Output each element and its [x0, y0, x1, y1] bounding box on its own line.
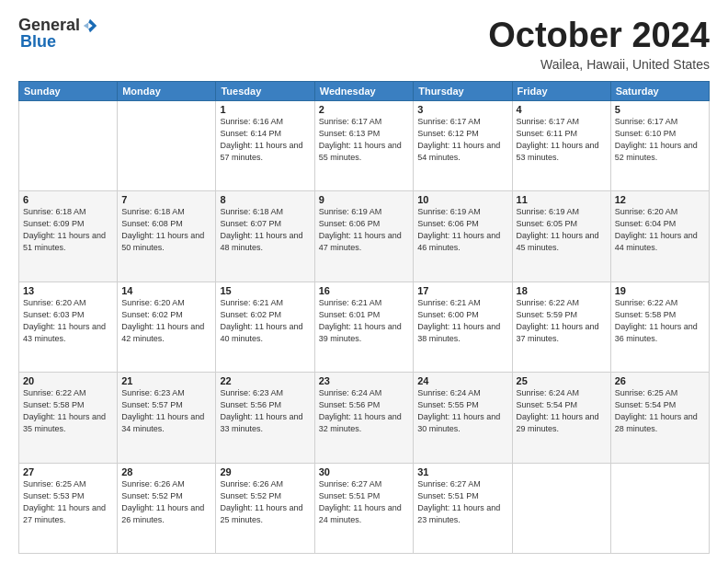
calendar-header-sunday: Sunday	[19, 81, 118, 100]
day-number: 30	[319, 466, 410, 477]
day-info: Sunrise: 6:19 AMSunset: 6:06 PMDaylight:…	[417, 206, 507, 254]
day-info: Sunrise: 6:22 AMSunset: 5:58 PMDaylight:…	[23, 387, 113, 435]
logo-blue-text: Blue	[18, 33, 98, 52]
day-info: Sunrise: 6:24 AMSunset: 5:56 PMDaylight:…	[319, 387, 410, 435]
day-info: Sunrise: 6:27 AMSunset: 5:51 PMDaylight:…	[319, 478, 410, 526]
calendar-week-row: 1Sunrise: 6:16 AMSunset: 6:14 PMDaylight…	[19, 100, 710, 190]
day-info: Sunrise: 6:24 AMSunset: 5:54 PMDaylight:…	[517, 387, 607, 435]
day-number: 22	[220, 375, 310, 386]
calendar-header-thursday: Thursday	[414, 81, 512, 100]
day-info: Sunrise: 6:27 AMSunset: 5:51 PMDaylight:…	[417, 478, 507, 526]
day-number: 9	[319, 194, 410, 205]
day-info: Sunrise: 6:17 AMSunset: 6:13 PMDaylight:…	[319, 116, 410, 164]
calendar-cell: 27Sunrise: 6:25 AMSunset: 5:53 PMDayligh…	[19, 463, 118, 553]
calendar-cell: 30Sunrise: 6:27 AMSunset: 5:51 PMDayligh…	[314, 463, 414, 553]
calendar-cell	[512, 463, 610, 553]
day-number: 24	[417, 375, 507, 386]
day-info: Sunrise: 6:19 AMSunset: 6:06 PMDaylight:…	[319, 206, 410, 254]
day-number: 3	[417, 104, 507, 115]
day-info: Sunrise: 6:25 AMSunset: 5:53 PMDaylight:…	[23, 478, 113, 526]
calendar-cell: 8Sunrise: 6:18 AMSunset: 6:07 PMDaylight…	[216, 191, 314, 282]
calendar-week-row: 20Sunrise: 6:22 AMSunset: 5:58 PMDayligh…	[19, 373, 710, 463]
day-number: 20	[23, 375, 113, 386]
day-number: 16	[319, 285, 410, 296]
svg-marker-1	[84, 22, 88, 29]
day-number: 17	[417, 285, 507, 296]
day-number: 28	[121, 466, 211, 477]
calendar-cell: 21Sunrise: 6:23 AMSunset: 5:57 PMDayligh…	[118, 373, 216, 463]
logo: General Blue	[18, 17, 98, 52]
day-number: 14	[121, 285, 211, 296]
calendar-cell: 12Sunrise: 6:20 AMSunset: 6:04 PMDayligh…	[610, 191, 709, 282]
day-number: 15	[220, 285, 310, 296]
day-info: Sunrise: 6:21 AMSunset: 6:00 PMDaylight:…	[417, 297, 507, 345]
calendar-header-tuesday: Tuesday	[216, 81, 314, 100]
day-info: Sunrise: 6:25 AMSunset: 5:54 PMDaylight:…	[615, 387, 705, 435]
day-number: 26	[615, 375, 705, 386]
calendar-week-row: 27Sunrise: 6:25 AMSunset: 5:53 PMDayligh…	[19, 463, 710, 553]
day-info: Sunrise: 6:21 AMSunset: 6:01 PMDaylight:…	[319, 297, 410, 345]
day-info: Sunrise: 6:20 AMSunset: 6:03 PMDaylight:…	[23, 297, 113, 345]
day-info: Sunrise: 6:18 AMSunset: 6:09 PMDaylight:…	[23, 206, 113, 254]
calendar-cell: 24Sunrise: 6:24 AMSunset: 5:55 PMDayligh…	[414, 373, 512, 463]
day-number: 27	[23, 466, 113, 477]
calendar-week-row: 6Sunrise: 6:18 AMSunset: 6:09 PMDaylight…	[19, 191, 710, 282]
calendar-cell: 28Sunrise: 6:26 AMSunset: 5:52 PMDayligh…	[118, 463, 216, 553]
calendar-cell	[118, 100, 216, 190]
calendar-cell: 20Sunrise: 6:22 AMSunset: 5:58 PMDayligh…	[19, 373, 118, 463]
day-info: Sunrise: 6:18 AMSunset: 6:07 PMDaylight:…	[220, 206, 310, 254]
calendar-cell: 7Sunrise: 6:18 AMSunset: 6:08 PMDaylight…	[118, 191, 216, 282]
calendar-cell: 31Sunrise: 6:27 AMSunset: 5:51 PMDayligh…	[414, 463, 512, 553]
title-block: October 2024 Wailea, Hawaii, United Stat…	[488, 17, 710, 72]
day-info: Sunrise: 6:18 AMSunset: 6:08 PMDaylight:…	[121, 206, 211, 254]
calendar-cell: 13Sunrise: 6:20 AMSunset: 6:03 PMDayligh…	[19, 282, 118, 372]
calendar-week-row: 13Sunrise: 6:20 AMSunset: 6:03 PMDayligh…	[19, 282, 710, 372]
day-number: 13	[23, 285, 113, 296]
calendar-cell: 19Sunrise: 6:22 AMSunset: 5:58 PMDayligh…	[610, 282, 709, 372]
calendar-cell: 10Sunrise: 6:19 AMSunset: 6:06 PMDayligh…	[414, 191, 512, 282]
day-info: Sunrise: 6:26 AMSunset: 5:52 PMDaylight:…	[220, 478, 310, 526]
calendar-cell: 2Sunrise: 6:17 AMSunset: 6:13 PMDaylight…	[314, 100, 414, 190]
calendar-cell: 14Sunrise: 6:20 AMSunset: 6:02 PMDayligh…	[118, 282, 216, 372]
day-info: Sunrise: 6:17 AMSunset: 6:12 PMDaylight:…	[417, 116, 507, 164]
calendar-header-row: SundayMondayTuesdayWednesdayThursdayFrid…	[19, 81, 710, 100]
calendar-cell: 9Sunrise: 6:19 AMSunset: 6:06 PMDaylight…	[314, 191, 414, 282]
calendar-header-wednesday: Wednesday	[314, 81, 414, 100]
calendar-cell: 26Sunrise: 6:25 AMSunset: 5:54 PMDayligh…	[610, 373, 709, 463]
day-number: 6	[23, 194, 113, 205]
day-info: Sunrise: 6:23 AMSunset: 5:57 PMDaylight:…	[121, 387, 211, 435]
day-number: 8	[220, 194, 310, 205]
day-info: Sunrise: 6:22 AMSunset: 5:59 PMDaylight:…	[517, 297, 607, 345]
day-number: 1	[220, 104, 310, 115]
day-info: Sunrise: 6:20 AMSunset: 6:04 PMDaylight:…	[615, 206, 705, 254]
day-number: 21	[121, 375, 211, 386]
day-info: Sunrise: 6:17 AMSunset: 6:11 PMDaylight:…	[517, 116, 607, 164]
day-info: Sunrise: 6:20 AMSunset: 6:02 PMDaylight:…	[121, 297, 211, 345]
day-number: 31	[417, 466, 507, 477]
day-info: Sunrise: 6:22 AMSunset: 5:58 PMDaylight:…	[615, 297, 705, 345]
day-info: Sunrise: 6:21 AMSunset: 6:02 PMDaylight:…	[220, 297, 310, 345]
calendar-cell	[610, 463, 709, 553]
calendar-cell: 17Sunrise: 6:21 AMSunset: 6:00 PMDayligh…	[414, 282, 512, 372]
calendar-cell	[19, 100, 118, 190]
calendar-cell: 18Sunrise: 6:22 AMSunset: 5:59 PMDayligh…	[512, 282, 610, 372]
calendar-cell: 16Sunrise: 6:21 AMSunset: 6:01 PMDayligh…	[314, 282, 414, 372]
day-number: 29	[220, 466, 310, 477]
calendar-cell: 29Sunrise: 6:26 AMSunset: 5:52 PMDayligh…	[216, 463, 314, 553]
calendar-table: SundayMondayTuesdayWednesdayThursdayFrid…	[18, 81, 710, 554]
day-number: 12	[615, 194, 705, 205]
month-title: October 2024	[488, 17, 710, 55]
calendar-cell: 6Sunrise: 6:18 AMSunset: 6:09 PMDaylight…	[19, 191, 118, 282]
svg-marker-0	[88, 19, 97, 32]
calendar-header-monday: Monday	[118, 81, 216, 100]
day-number: 18	[517, 285, 607, 296]
page: General Blue October 2024 Wailea, Hawaii…	[0, 0, 728, 563]
calendar-cell: 5Sunrise: 6:17 AMSunset: 6:10 PMDaylight…	[610, 100, 709, 190]
day-info: Sunrise: 6:23 AMSunset: 5:56 PMDaylight:…	[220, 387, 310, 435]
day-number: 19	[615, 285, 705, 296]
location: Wailea, Hawaii, United States	[488, 57, 710, 72]
logo-icon	[82, 17, 98, 34]
day-info: Sunrise: 6:16 AMSunset: 6:14 PMDaylight:…	[220, 116, 310, 164]
day-number: 23	[319, 375, 410, 386]
day-info: Sunrise: 6:19 AMSunset: 6:05 PMDaylight:…	[517, 206, 607, 254]
